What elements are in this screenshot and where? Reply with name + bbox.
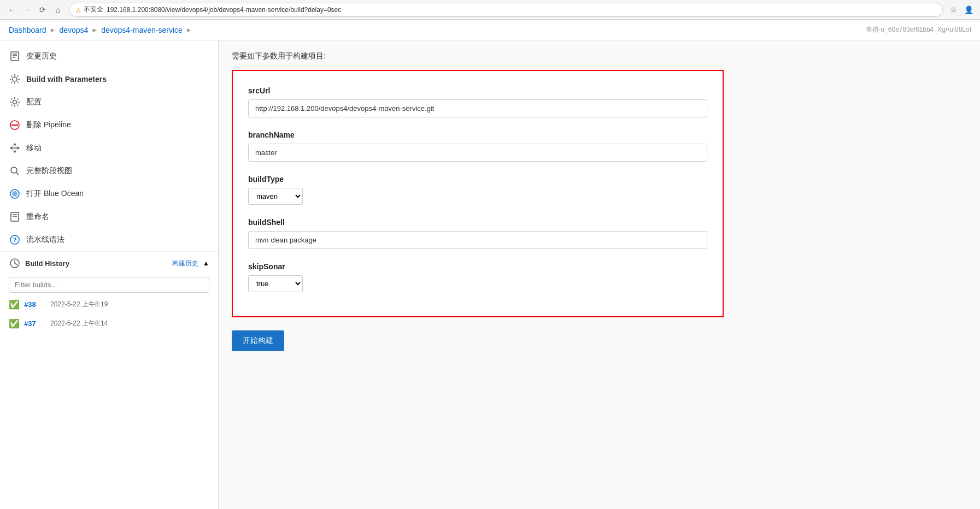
- build-history-item[interactable]: ✅ #37 2022-5-22 上午8:14: [0, 314, 218, 333]
- svg-point-5: [13, 100, 17, 104]
- filter-builds-input[interactable]: [9, 277, 209, 293]
- build-date: 2022-5-22 上午8:14: [50, 319, 108, 328]
- param-input-srcUrl[interactable]: [248, 99, 707, 117]
- sidebar-item-label: 流水线语法: [26, 235, 64, 245]
- build-date: 2022-5-22 上午8:19: [50, 300, 108, 309]
- build-link[interactable]: #37: [24, 319, 46, 328]
- breadcrumb-sep-2: ►: [91, 26, 98, 34]
- forward-button[interactable]: →: [21, 3, 34, 16]
- build-history-icon: [9, 257, 21, 269]
- sidebar-item-label: 移动: [26, 143, 42, 153]
- profile-icon[interactable]: 👤: [963, 4, 975, 16]
- params-box: srcUrlbranchNamebuildTypemavengradlenpmb…: [232, 70, 724, 317]
- breadcrumb-dashboard[interactable]: Dashboard: [9, 26, 46, 34]
- svg-point-4: [13, 77, 17, 81]
- build-history-link[interactable]: 构建历史: [172, 259, 198, 268]
- url-text: 不安全: [84, 5, 103, 14]
- move-icon: [9, 142, 21, 154]
- svg-point-12: [12, 191, 17, 197]
- breadcrumb-sep-3: ►: [186, 26, 192, 34]
- sidebar-item-rename[interactable]: 重命名: [0, 205, 218, 228]
- sidebar-item-label: 删除 Pipeline: [26, 120, 71, 130]
- sidebar-item-move[interactable]: 移动: [0, 137, 218, 159]
- main-layout: 变更历史Build with Parameters配置删除 Pipeline移动…: [0, 40, 980, 509]
- param-group-branchName: branchName: [248, 131, 707, 162]
- sidebar-item-pipeline-syntax[interactable]: ?流水线语法: [0, 228, 218, 251]
- breadcrumb-devops4[interactable]: devops4: [59, 26, 88, 34]
- svg-line-10: [16, 173, 19, 175]
- param-select-skipSonar[interactable]: truefalse: [248, 275, 303, 292]
- build-history-title: Build History: [25, 259, 168, 268]
- delete-pipeline-icon: [9, 119, 21, 131]
- url-value: 192.168.1.200:8080/view/devops4/job/devo…: [107, 6, 341, 14]
- content-area: 需要如下参数用于构建项目: srcUrlbranchNamebuildTypem…: [219, 40, 980, 509]
- param-group-buildType: buildTypemavengradlenpm: [248, 175, 707, 205]
- svg-rect-0: [11, 52, 19, 61]
- sidebar-item-label: 配置: [26, 97, 42, 107]
- build-status-icon: ✅: [9, 299, 20, 310]
- sidebar-item-label: 重命名: [26, 212, 49, 222]
- build-link[interactable]: #38: [24, 300, 46, 309]
- browser-bar: ← → ⟳ ⌂ △ 不安全 192.168.1.200:8080/view/de…: [0, 0, 980, 20]
- param-input-buildShell[interactable]: [248, 231, 707, 249]
- sidebar-item-label: 打开 Blue Ocean: [26, 189, 84, 199]
- sidebar: 变更历史Build with Parameters配置删除 Pipeline移动…: [0, 40, 219, 509]
- sidebar-item-config[interactable]: 配置: [0, 91, 218, 114]
- rename-icon: [9, 211, 21, 223]
- breadcrumb: Dashboard ► devops4 ► devops4-maven-serv…: [0, 20, 980, 40]
- config-icon: [9, 96, 21, 108]
- reload-button[interactable]: ⟳: [36, 3, 49, 16]
- param-label-branchName: branchName: [248, 131, 707, 139]
- sidebar-item-build-with-params[interactable]: Build with Parameters: [0, 68, 218, 91]
- param-group-srcUrl: srcUrl: [248, 86, 707, 117]
- back-button[interactable]: ←: [5, 3, 19, 16]
- breadcrumb-sep-1: ►: [50, 26, 56, 34]
- home-button[interactable]: ⌂: [51, 3, 64, 16]
- start-build-button[interactable]: 开始构建: [232, 330, 284, 351]
- pipeline-syntax-icon: ?: [9, 234, 21, 246]
- param-group-buildShell: buildShell: [248, 218, 707, 249]
- build-history-item[interactable]: ✅ #38 2022-5-22 上午8:19: [0, 295, 218, 314]
- sidebar-item-changelog[interactable]: 变更历史: [0, 45, 218, 68]
- build-history-section: Build History 构建历史 ▲: [0, 251, 218, 275]
- page-intro: 需要如下参数用于构建项目:: [232, 51, 967, 61]
- blue-ocean-icon: [9, 188, 21, 200]
- collapse-button[interactable]: ▲: [203, 259, 209, 267]
- build-with-params-icon: [9, 73, 21, 85]
- sidebar-item-label: Build with Parameters: [26, 75, 107, 84]
- svg-text:?: ?: [13, 236, 17, 243]
- param-label-buildShell: buildShell: [248, 218, 707, 227]
- breadcrumb-service[interactable]: devops4-maven-service: [101, 26, 183, 34]
- svg-rect-13: [11, 212, 19, 221]
- full-stage-view-icon: [9, 165, 21, 177]
- param-input-branchName[interactable]: [248, 144, 707, 162]
- sidebar-item-full-stage-view[interactable]: 完整阶段视图: [0, 159, 218, 182]
- changelog-icon: [9, 50, 21, 62]
- user-info: 查得-u_60e783ef61bb4_XgAul08Lof: [866, 25, 972, 34]
- param-label-buildType: buildType: [248, 175, 707, 184]
- param-group-skipSonar: skipSonartruefalse: [248, 262, 707, 292]
- sidebar-item-blue-ocean[interactable]: 打开 Blue Ocean: [0, 182, 218, 205]
- param-select-buildType[interactable]: mavengradlenpm: [248, 188, 303, 205]
- bookmark-icon[interactable]: ☆: [947, 4, 959, 16]
- address-bar[interactable]: △ 不安全 192.168.1.200:8080/view/devops4/jo…: [69, 3, 943, 17]
- nav-buttons: ← → ⟳ ⌂: [5, 3, 64, 16]
- browser-actions: ☆ 👤: [947, 4, 975, 16]
- param-label-srcUrl: srcUrl: [248, 86, 707, 95]
- param-label-skipSonar: skipSonar: [248, 262, 707, 271]
- sidebar-item-label: 完整阶段视图: [26, 166, 72, 176]
- sidebar-item-label: 变更历史: [26, 51, 57, 61]
- security-warning-icon: △: [76, 6, 80, 13]
- build-status-icon: ✅: [9, 318, 20, 329]
- sidebar-item-delete-pipeline[interactable]: 删除 Pipeline: [0, 114, 218, 137]
